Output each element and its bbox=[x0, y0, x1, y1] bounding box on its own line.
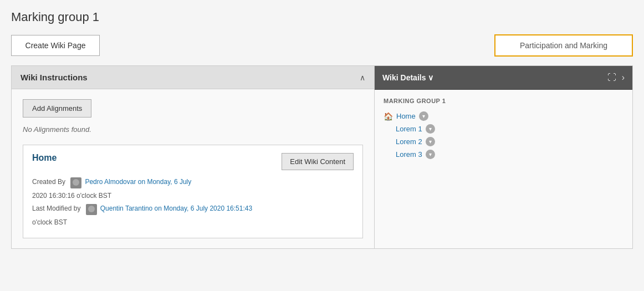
main-content: Wiki Instructions ∧ Add Alignments No Al… bbox=[11, 65, 633, 249]
right-panel: Wiki Details ∨ ⛶ › MARKING GROUP 1 🏠Home… bbox=[375, 66, 632, 248]
last-modified-date-row: o'clock BST bbox=[32, 217, 354, 228]
wiki-link-lorem-1[interactable]: Lorem 1 bbox=[396, 125, 422, 133]
created-date-text: 2020 16:30:16 o'clock BST bbox=[32, 191, 111, 201]
home-section-title: Home bbox=[32, 153, 57, 163]
wiki-link-lorem-3[interactable]: Lorem 3 bbox=[396, 150, 422, 159]
left-panel-header: Wiki Instructions ∧ bbox=[12, 66, 374, 89]
wiki-tree-item-2: Lorem 2▾ bbox=[384, 135, 623, 148]
dropdown-badge-0[interactable]: ▾ bbox=[419, 111, 428, 121]
top-actions: Create Wiki Page Participation and Marki… bbox=[11, 34, 633, 57]
expand-icon[interactable]: ⛶ bbox=[607, 73, 616, 83]
arrow-right-icon[interactable]: › bbox=[622, 73, 625, 83]
wiki-tree: 🏠Home▾Lorem 1▾Lorem 2▾Lorem 3▾ bbox=[384, 110, 623, 161]
created-by-row: Created By Pedro Almodovar on Monday, 6 … bbox=[32, 177, 354, 188]
home-section: Home Edit Wiki Content Created By Pedro … bbox=[23, 145, 363, 238]
wiki-tree-item-3: Lorem 3▾ bbox=[384, 148, 623, 161]
created-by-author-link[interactable]: Pedro Almodovar on Monday, 6 July bbox=[85, 178, 191, 186]
last-modified-label: Last Modified by bbox=[32, 203, 83, 214]
create-wiki-button[interactable]: Create Wiki Page bbox=[11, 35, 100, 56]
add-alignments-button[interactable]: Add Alignments bbox=[23, 99, 91, 118]
home-section-header: Home Edit Wiki Content bbox=[32, 153, 354, 170]
home-icon: 🏠 bbox=[384, 112, 393, 121]
wiki-tree-item-0: 🏠Home▾ bbox=[384, 110, 623, 122]
wiki-link-home[interactable]: Home bbox=[396, 112, 416, 120]
last-modified-row: Last Modified by Quentin Tarantino on Mo… bbox=[32, 203, 354, 215]
page-wrapper: Marking group 1 Create Wiki Page Partici… bbox=[0, 0, 644, 259]
wiki-instructions-title: Wiki Instructions bbox=[21, 73, 88, 82]
dropdown-badge-3[interactable]: ▾ bbox=[426, 150, 435, 159]
wiki-details-title: Wiki Details ∨ bbox=[382, 73, 433, 82]
left-panel-body: Add Alignments No Alignments found. Home… bbox=[12, 89, 374, 248]
wiki-tree-item-1: Lorem 1▾ bbox=[384, 122, 623, 135]
wiki-meta: Created By Pedro Almodovar on Monday, 6 … bbox=[32, 177, 354, 228]
last-modified-author: Quentin Tarantino on Monday, 6 July 2020… bbox=[100, 203, 252, 214]
page-title: Marking group 1 bbox=[11, 10, 633, 24]
created-date-row: 2020 16:30:16 o'clock BST bbox=[32, 191, 354, 201]
last-modified-avatar bbox=[86, 204, 97, 215]
no-alignments-text: No Alignments found. bbox=[23, 125, 363, 134]
right-panel-header: Wiki Details ∨ ⛶ › bbox=[375, 66, 632, 90]
participation-marking-button[interactable]: Participation and Marking bbox=[494, 34, 633, 57]
right-panel-icons: ⛶ › bbox=[607, 73, 625, 83]
edit-wiki-content-button[interactable]: Edit Wiki Content bbox=[282, 153, 354, 170]
dropdown-badge-2[interactable]: ▾ bbox=[426, 137, 435, 146]
last-modified-author-link[interactable]: Quentin Tarantino on Monday, 6 July 2020… bbox=[100, 205, 252, 212]
marking-group-label: MARKING GROUP 1 bbox=[384, 98, 623, 104]
last-modified-date-text: o'clock BST bbox=[32, 217, 67, 228]
created-by-author: Pedro Almodovar on Monday, 6 July bbox=[85, 177, 191, 187]
wiki-link-lorem-2[interactable]: Lorem 2 bbox=[396, 137, 422, 146]
collapse-icon[interactable]: ∧ bbox=[360, 73, 365, 82]
created-by-label: Created By bbox=[32, 177, 67, 187]
left-panel: Wiki Instructions ∧ Add Alignments No Al… bbox=[12, 66, 375, 248]
dropdown-badge-1[interactable]: ▾ bbox=[426, 124, 435, 134]
right-panel-body: MARKING GROUP 1 🏠Home▾Lorem 1▾Lorem 2▾Lo… bbox=[375, 90, 632, 169]
created-by-avatar bbox=[70, 177, 81, 188]
